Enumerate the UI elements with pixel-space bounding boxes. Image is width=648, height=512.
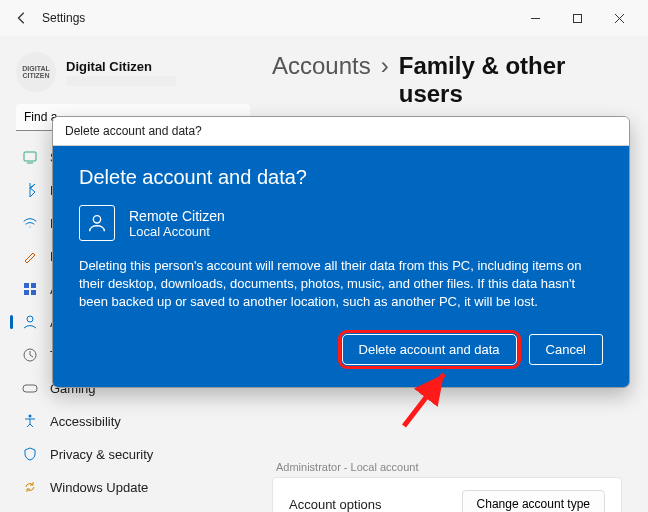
back-icon[interactable] — [8, 4, 36, 32]
chevron-right-icon: › — [381, 52, 389, 80]
profile-email — [66, 76, 176, 86]
person-icon — [79, 205, 115, 241]
breadcrumb-current: Family & other users — [399, 52, 622, 108]
brush-icon — [22, 248, 38, 264]
sidebar-item-label: Windows Update — [50, 480, 148, 495]
shield-icon — [22, 446, 38, 462]
sidebar-item-update[interactable]: Windows Update — [10, 471, 256, 503]
profile-name: Digital Citizen — [66, 59, 176, 74]
breadcrumb: Accounts › Family & other users — [272, 52, 622, 108]
apps-icon — [22, 281, 38, 297]
svg-point-6 — [27, 316, 33, 322]
avatar: DIGITAL CITIZEN — [16, 52, 56, 92]
svg-rect-0 — [573, 14, 581, 22]
breadcrumb-parent[interactable]: Accounts — [272, 52, 371, 80]
titlebar: Settings — [0, 0, 648, 36]
clock-icon — [22, 347, 38, 363]
svg-rect-8 — [23, 385, 37, 392]
dialog-user-name: Remote Citizen — [129, 208, 225, 224]
accessibility-icon — [22, 413, 38, 429]
maximize-icon[interactable] — [556, 4, 598, 32]
svg-rect-5 — [31, 290, 36, 295]
window-title: Settings — [42, 11, 85, 25]
update-icon — [22, 479, 38, 495]
svg-point-9 — [29, 415, 32, 418]
settings-row: Account optionsChange account type — [272, 477, 622, 512]
dialog-heading: Delete account and data? — [79, 166, 603, 189]
account-meta: Administrator - Local account — [272, 461, 622, 477]
dialog-user-type: Local Account — [129, 224, 225, 239]
svg-rect-1 — [24, 152, 36, 161]
delete-account-button[interactable]: Delete account and data — [342, 334, 517, 365]
delete-account-dialog: Delete account and data? Delete account … — [52, 116, 630, 388]
minimize-icon[interactable] — [514, 4, 556, 32]
dialog-description: Deleting this person's account will remo… — [79, 257, 603, 312]
system-icon — [22, 149, 38, 165]
dialog-titlebar: Delete account and data? — [53, 117, 629, 146]
sidebar-item-shield[interactable]: Privacy & security — [10, 438, 256, 470]
gaming-icon — [22, 380, 38, 396]
svg-rect-3 — [31, 283, 36, 288]
bluetooth-icon — [22, 182, 38, 198]
sidebar-item-label: Privacy & security — [50, 447, 153, 462]
person-icon — [22, 314, 38, 330]
close-icon[interactable] — [598, 4, 640, 32]
profile[interactable]: DIGITAL CITIZEN Digital Citizen — [6, 46, 260, 98]
svg-point-10 — [93, 216, 100, 223]
row-button[interactable]: Change account type — [462, 490, 605, 512]
svg-rect-2 — [24, 283, 29, 288]
sidebar-item-label: Accessibility — [50, 414, 121, 429]
svg-rect-4 — [24, 290, 29, 295]
wifi-icon — [22, 215, 38, 231]
sidebar-item-accessibility[interactable]: Accessibility — [10, 405, 256, 437]
row-label: Account options — [289, 497, 382, 512]
cancel-button[interactable]: Cancel — [529, 334, 603, 365]
